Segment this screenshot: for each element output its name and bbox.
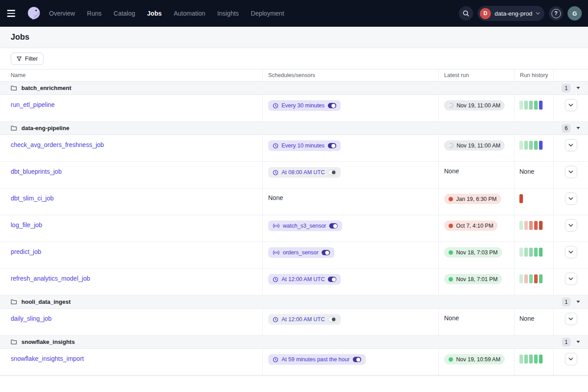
schedule-pill[interactable]: At 08:00 AM UTC xyxy=(268,167,341,178)
run-history-bar[interactable] xyxy=(534,248,538,257)
nav-item-insights[interactable]: Insights xyxy=(217,10,239,17)
run-history-bar[interactable] xyxy=(524,248,528,257)
schedule-pill[interactable]: At 12:00 AM UTC xyxy=(268,314,341,325)
run-history-bar[interactable] xyxy=(519,274,523,283)
run-history-bar[interactable] xyxy=(534,355,538,363)
funnel-icon xyxy=(16,56,22,61)
run-history-bar[interactable] xyxy=(539,355,543,363)
expand-row-button[interactable] xyxy=(565,273,577,285)
run-history-bar[interactable] xyxy=(534,141,538,150)
nav-item-jobs[interactable]: Jobs xyxy=(147,10,162,17)
help-icon[interactable]: ? xyxy=(549,6,563,20)
run-history-bar[interactable] xyxy=(519,101,523,110)
run-history-bar[interactable] xyxy=(524,355,528,363)
expand-row-button[interactable] xyxy=(565,192,577,205)
schedule-pill[interactable]: Every 10 minutes xyxy=(268,140,341,151)
nav-item-deployment[interactable]: Deployment xyxy=(251,10,284,17)
expand-row-button[interactable] xyxy=(565,246,577,258)
schedule-pill[interactable]: At 59 minutes past the hour xyxy=(268,354,366,365)
latest-run-pill[interactable]: Nov 19, 11:00 AM xyxy=(444,100,505,110)
latest-run-pill[interactable]: Nov 18, 7:01 PM xyxy=(444,274,502,284)
schedule-pill[interactable]: At 12:00 AM UTC xyxy=(268,274,341,285)
latest-run-time: Nov 18, 7:01 PM xyxy=(456,276,498,282)
nav-item-automation[interactable]: Automation xyxy=(174,10,205,17)
run-history-bar[interactable] xyxy=(534,101,538,110)
nav-item-runs[interactable]: Runs xyxy=(87,10,102,17)
filter-button[interactable]: Filter xyxy=(11,53,44,65)
search-icon[interactable] xyxy=(459,6,473,20)
run-history-bar[interactable] xyxy=(519,248,523,257)
run-history-bar[interactable] xyxy=(519,355,523,363)
caret-down-icon[interactable] xyxy=(576,127,580,129)
expand-row-button[interactable] xyxy=(565,99,577,111)
caret-down-icon[interactable] xyxy=(576,87,580,89)
schedule-toggle[interactable] xyxy=(328,170,336,175)
run-history-bar[interactable] xyxy=(539,141,543,150)
avatar[interactable]: G xyxy=(568,6,582,20)
expand-row-button[interactable] xyxy=(565,166,577,178)
schedule-toggle[interactable] xyxy=(328,317,336,322)
run-history-bar[interactable] xyxy=(539,101,543,110)
schedule-toggle[interactable] xyxy=(328,143,336,148)
schedule-pill[interactable]: Every 30 minutes xyxy=(268,100,341,111)
run-history-bars xyxy=(519,221,553,230)
job-name-link[interactable]: check_avg_orders_freshness_job xyxy=(11,141,104,148)
caret-down-icon[interactable] xyxy=(576,341,580,343)
run-history-bar[interactable] xyxy=(529,355,533,363)
none-label: None xyxy=(268,194,283,201)
run-history-bar[interactable] xyxy=(529,101,533,110)
job-group-row[interactable]: hooli_data_ingest1 xyxy=(0,295,588,309)
expand-row-button[interactable] xyxy=(565,353,577,365)
run-history-bar[interactable] xyxy=(524,274,528,283)
menu-icon[interactable] xyxy=(7,7,20,20)
job-name-link[interactable]: run_etl_pipeline xyxy=(11,101,55,108)
dagster-logo-icon[interactable] xyxy=(25,4,43,22)
run-history-bar[interactable] xyxy=(534,274,538,283)
run-history-bar[interactable] xyxy=(539,274,543,283)
sensor-pill[interactable]: watch_s3_sensor xyxy=(268,220,342,231)
run-history-bar[interactable] xyxy=(519,221,523,230)
latest-run-pill[interactable]: Jan 19, 6:30 PM xyxy=(444,194,501,204)
latest-run-pill[interactable]: Nov 18, 7:03 PM xyxy=(444,247,502,257)
page-header: Jobs xyxy=(0,27,588,48)
run-history-bar[interactable] xyxy=(519,194,523,203)
expand-row-button[interactable] xyxy=(565,313,577,325)
schedule-toggle[interactable] xyxy=(328,277,336,282)
nav-item-catalog[interactable]: Catalog xyxy=(114,10,135,17)
run-history-bar[interactable] xyxy=(519,141,523,150)
job-name-link[interactable]: snowflake_insights_import xyxy=(11,355,84,362)
chevron-down-icon xyxy=(568,197,573,200)
run-history-bar[interactable] xyxy=(524,221,528,230)
latest-run-pill[interactable]: Nov 19, 10:59 AM xyxy=(444,354,505,364)
run-history-bar[interactable] xyxy=(534,221,538,230)
latest-run-pill[interactable]: Oct 7, 4:10 PM xyxy=(444,220,498,231)
job-name-link[interactable]: predict_job xyxy=(11,248,41,255)
job-name-link[interactable]: daily_sling_job xyxy=(11,315,52,322)
expand-row-button[interactable] xyxy=(565,219,577,232)
latest-run-pill[interactable]: Nov 19, 11:00 AM xyxy=(444,140,505,151)
run-history-bar[interactable] xyxy=(524,101,528,110)
job-group-row[interactable]: snowflake_insights1 xyxy=(0,335,588,349)
schedule-toggle[interactable] xyxy=(328,103,336,108)
run-history-bar[interactable] xyxy=(529,248,533,257)
job-name-link[interactable]: refresh_analytics_model_job xyxy=(11,275,90,282)
schedule-toggle[interactable] xyxy=(353,357,361,362)
run-history-bar[interactable] xyxy=(539,221,543,230)
run-history-bar[interactable] xyxy=(529,274,533,283)
deployment-switcher[interactable]: D data-eng-prod xyxy=(478,6,544,21)
sensor-pill[interactable]: orders_sensor xyxy=(268,247,335,258)
run-history-bar[interactable] xyxy=(539,248,543,257)
job-name-link[interactable]: log_file_job xyxy=(11,221,42,229)
schedule-toggle[interactable] xyxy=(329,223,338,229)
run-history-bar[interactable] xyxy=(529,221,533,230)
job-name-link[interactable]: dbt_blueprints_job xyxy=(11,168,61,175)
expand-row-button[interactable] xyxy=(565,139,577,151)
run-history-bar[interactable] xyxy=(529,141,533,150)
run-history-bar[interactable] xyxy=(524,141,528,150)
job-name-link[interactable]: dbt_slim_ci_job xyxy=(11,195,54,202)
schedule-toggle[interactable] xyxy=(322,250,330,255)
caret-down-icon[interactable] xyxy=(576,301,580,303)
job-group-row[interactable]: batch_enrichment1 xyxy=(0,82,588,95)
job-group-row[interactable]: data-eng-pipeline6 xyxy=(0,122,588,135)
nav-item-overview[interactable]: Overview xyxy=(49,10,75,17)
